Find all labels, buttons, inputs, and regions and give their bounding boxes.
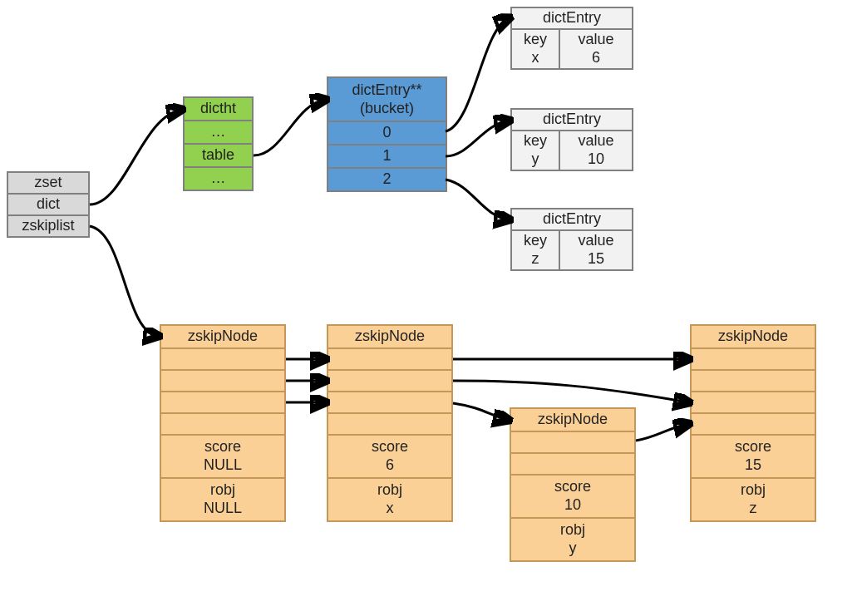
entry-2-title: dictEntry: [510, 208, 633, 231]
entry-1-val: value 10: [559, 130, 633, 171]
bucket-title: dictEntry** (bucket): [327, 76, 447, 122]
skipnode-3-score: score 15: [690, 434, 816, 479]
skipnode-1-l3: [327, 412, 453, 436]
skipnode-3-l0: [690, 347, 816, 371]
diagram-canvas: zset dict zskiplist dictht … table … dic…: [0, 0, 857, 616]
skipnode-2-l0: [510, 431, 636, 454]
skipnode-1-robj: robj x: [327, 477, 453, 522]
skipnode-3-l2: [690, 391, 816, 414]
entry-2-key-label: key: [524, 232, 547, 250]
skipnode-3-l3: [690, 412, 816, 436]
skipnode-0-l1: [160, 369, 286, 392]
skipnode-3-robj: robj z: [690, 477, 816, 522]
bucket-slot-1: 1: [327, 144, 447, 169]
skipnode-0-l2: [160, 391, 286, 414]
skipnode-3-l1: [690, 369, 816, 392]
skipnode-2-robj: robj y: [510, 517, 636, 562]
zset-zskiplist: zskiplist: [7, 214, 90, 238]
skipnode-3-title: zskipNode: [690, 324, 816, 349]
skipnode-2-score: score 10: [510, 474, 636, 519]
zset-dict: dict: [7, 193, 90, 216]
skipnode-0-robj: robj NULL: [160, 477, 286, 522]
entry-2-key: key z: [510, 229, 560, 271]
entry-2-val-val: 15: [588, 250, 604, 269]
entry-2-key-val: z: [532, 250, 539, 269]
entry-0-key: key x: [510, 28, 560, 70]
entry-2-val-label: value: [578, 232, 613, 250]
entry-1-title: dictEntry: [510, 108, 633, 131]
entry-0-title: dictEntry: [510, 7, 633, 30]
entry-1-val-val: 10: [588, 150, 604, 169]
entry-0-key-label: key: [524, 31, 547, 49]
dictht-dots2: …: [183, 166, 254, 191]
entry-0-val: value 6: [559, 28, 633, 70]
entry-0-key-val: x: [532, 49, 539, 67]
bucket-slot-0: 0: [327, 121, 447, 145]
skipnode-2-title: zskipNode: [510, 407, 636, 432]
entry-0-val-val: 6: [592, 49, 600, 67]
entry-2-val: value 15: [559, 229, 633, 271]
dictht-table: table: [183, 143, 254, 168]
dictht-dots1: …: [183, 120, 254, 145]
entry-0-val-label: value: [578, 31, 613, 49]
skipnode-0-score: score NULL: [160, 434, 286, 479]
entry-1-val-label: value: [578, 132, 613, 150]
skipnode-0-l3: [160, 412, 286, 436]
skipnode-1-score: score 6: [327, 434, 453, 479]
skipnode-1-l2: [327, 391, 453, 414]
skipnode-0-title: zskipNode: [160, 324, 286, 349]
skipnode-1-l1: [327, 369, 453, 392]
skipnode-1-title: zskipNode: [327, 324, 453, 349]
bucket-slot-2: 2: [327, 167, 447, 192]
skipnode-0-l0: [160, 347, 286, 371]
entry-1-key-label: key: [524, 132, 547, 150]
entry-1-key-val: y: [532, 150, 539, 169]
skipnode-1-l0: [327, 347, 453, 371]
zset-title: zset: [7, 171, 90, 195]
dictht-title: dictht: [183, 96, 254, 121]
entry-1-key: key y: [510, 130, 560, 171]
skipnode-2-l1: [510, 452, 636, 476]
